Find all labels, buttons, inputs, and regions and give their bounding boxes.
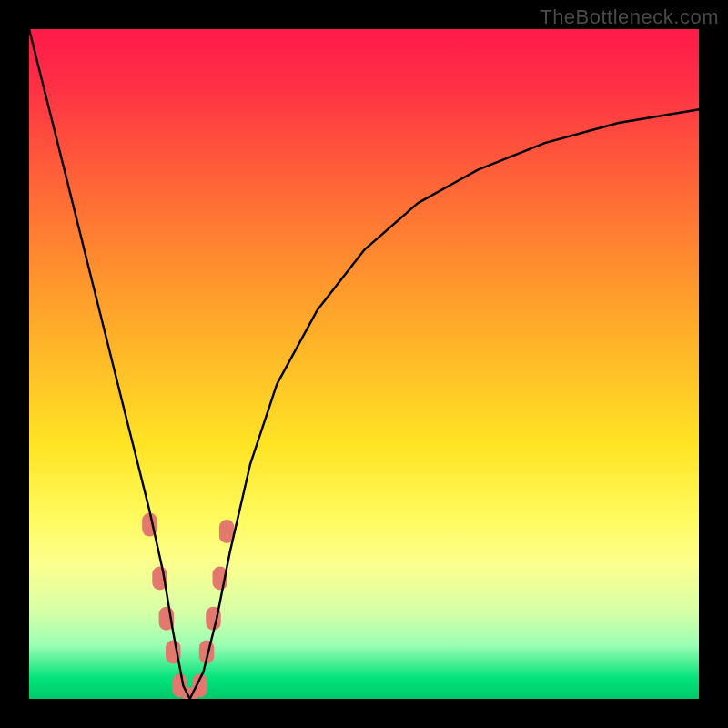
curve-layer [29, 29, 699, 699]
series-left-branch [29, 29, 190, 699]
watermark-text: TheBottleneck.com [540, 5, 719, 29]
chart-svg [29, 29, 699, 699]
chart-frame: TheBottleneck.com [0, 0, 728, 728]
series-right-branch [190, 109, 699, 699]
plot-area [29, 29, 699, 699]
